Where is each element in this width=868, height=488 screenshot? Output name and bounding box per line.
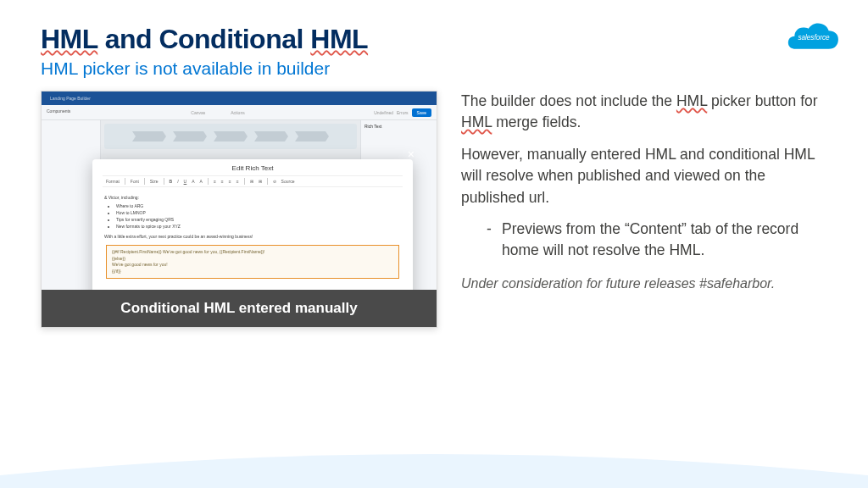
salesforce-logo: salesforce (787, 17, 841, 58)
slide-subtitle: HML picker is not available in builder (41, 58, 827, 79)
shot-center-tabs: Canvas Actions (101, 105, 335, 119)
ribbon-shape (173, 131, 207, 141)
shot-toolbar: Components Canvas Actions Undefined Erro… (42, 105, 437, 120)
slide: salesforce HML and Conditional HML HML p… (0, 0, 868, 488)
source-button[interactable]: Source (281, 179, 295, 184)
ribbon-shape (214, 131, 248, 141)
panel-title: Rich Text (364, 124, 433, 129)
align-icon[interactable]: ≡ (229, 179, 231, 184)
content-row: Landing Page Builder Components Canvas A… (41, 91, 827, 328)
rich-text-toolbar[interactable]: Format Font Size B I U A A ≡ (103, 175, 403, 187)
bullet-item: Previews from the “Content” tab of the r… (487, 219, 827, 262)
modal-title: Edit Rich Text (92, 159, 413, 175)
align-icon[interactable]: ≡ (236, 179, 239, 184)
list-icon[interactable]: ⊞ (259, 179, 262, 184)
screenshot-column: Landing Page Builder Components Canvas A… (41, 91, 437, 328)
clear-icon[interactable]: ⊘ (273, 179, 276, 184)
editor-body[interactable]: & Victor, including: Where to ARG How to… (92, 187, 413, 291)
ribbon-shape (254, 131, 288, 141)
close-icon[interactable]: × (408, 147, 415, 161)
paragraph-2: However, manually entered HML and condit… (461, 144, 827, 208)
builder-screenshot: Landing Page Builder Components Canvas A… (41, 91, 437, 328)
ribbon-shape (295, 131, 329, 141)
bold-icon[interactable]: B (170, 179, 173, 184)
slide-title: HML and Conditional HML (41, 24, 827, 55)
conditional-hml-block: {{#if Recipient.FirstName}} We've got go… (106, 245, 399, 279)
shot-right-controls: Undefined Errors Save (335, 105, 437, 119)
footnote: Under consideration for future releases … (461, 274, 827, 293)
shot-titlebar: Landing Page Builder (42, 92, 437, 105)
ribbon-shape (132, 131, 166, 141)
ribbon-row (104, 124, 357, 149)
underline-icon[interactable]: U (184, 179, 187, 184)
align-icon[interactable]: ≡ (214, 179, 216, 184)
components-label: Components (42, 105, 101, 119)
italic-icon[interactable]: I (177, 179, 178, 184)
svg-text:salesforce: salesforce (798, 34, 830, 42)
align-icon[interactable]: ≡ (221, 179, 224, 184)
decorative-wave (0, 446, 868, 488)
list-icon[interactable]: ⊞ (250, 179, 253, 184)
bullet-list: Previews from the “Content” tab of the r… (487, 219, 827, 262)
cloud-icon: salesforce (787, 17, 841, 54)
save-button[interactable]: Save (412, 108, 431, 117)
screenshot-caption: Conditional HML entered manually (42, 290, 437, 327)
text-column: The builder does not include the HML pic… (461, 91, 827, 328)
paragraph-1: The builder does not include the HML pic… (461, 91, 827, 134)
